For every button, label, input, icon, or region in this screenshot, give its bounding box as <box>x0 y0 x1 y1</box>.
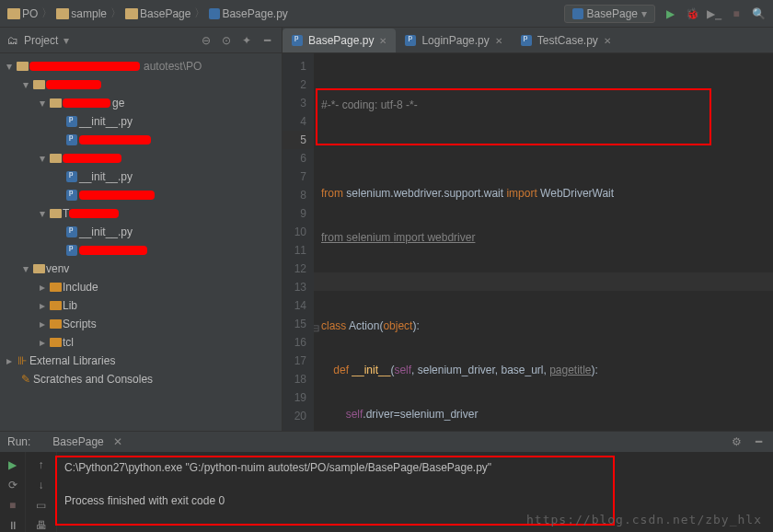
run-panel-header[interactable]: Run: BasePage ✕ ⚙ ━ <box>0 432 773 452</box>
tree-dir: Lib <box>63 299 77 312</box>
tree-root-path: autotest\PO <box>144 60 202 73</box>
tree-file: __init__.py <box>79 115 133 128</box>
tab-loginpage[interactable]: LoginPage.py✕ <box>396 29 511 52</box>
tab-testcase[interactable]: TestCase.py✕ <box>512 29 620 52</box>
main-split: 🗂 Project ▾ ⊖ ⊙ ✦ ━ ▾autotest\PO ▾ ▾ge _… <box>0 28 773 431</box>
close-run-icon[interactable]: ✕ <box>113 435 122 448</box>
console-exit: Process finished with exit code 0 <box>64 492 766 509</box>
project-panel: 🗂 Project ▾ ⊖ ⊙ ✦ ━ ▾autotest\PO ▾ ▾ge _… <box>0 28 283 431</box>
crumb-sep: 〉 <box>110 6 121 21</box>
tab-basepage[interactable]: BasePage.py✕ <box>283 29 396 52</box>
crumb-label: PO <box>22 7 38 20</box>
print-icon[interactable]: 🖶 <box>34 518 49 532</box>
library-icon: ⊪ <box>15 354 29 367</box>
tree-file: __init__.py <box>79 226 133 238</box>
stop-button[interactable]: ⟳ <box>6 478 20 492</box>
tree-scratches: Scratches and Consoles <box>33 373 153 386</box>
run-config-label: BasePage <box>587 7 638 20</box>
tree-dir: Scripts <box>63 318 97 330</box>
rerun-button[interactable]: ▶ <box>6 457 20 472</box>
debug-button[interactable]: 🐞 <box>685 6 699 21</box>
tree-dir: tcl <box>63 336 74 349</box>
attach-button[interactable]: ▶⎯ <box>707 6 721 21</box>
gear-icon[interactable]: ✦ <box>239 33 254 48</box>
select-opened-icon[interactable]: ⊙ <box>219 33 234 48</box>
tree-external-libs: External Libraries <box>29 354 115 367</box>
editor-panel: BasePage.py✕ LoginPage.py✕ TestCase.py✕ … <box>283 28 773 431</box>
hide-tool-icon[interactable]: ━ <box>260 33 274 48</box>
scratch-icon: ✎ <box>18 373 33 386</box>
run-actions-left: ▶ ⟳ ■ ⏸ <box>0 452 26 532</box>
wrap-icon[interactable]: ▭ <box>34 498 49 513</box>
run-config-name: BasePage <box>52 435 103 448</box>
tab-label: LoginPage.py <box>421 34 489 47</box>
tree-file: __init__.py <box>79 170 133 183</box>
python-icon <box>209 8 220 19</box>
project-title: Project <box>24 34 58 47</box>
tab-label: TestCase.py <box>537 34 598 47</box>
tree-dir: Include <box>63 281 98 294</box>
minimize-icon[interactable]: ━ <box>751 434 766 449</box>
run-label: Run: <box>7 435 30 448</box>
project-panel-header[interactable]: 🗂 Project ▾ ⊖ ⊙ ✦ ━ <box>0 28 282 53</box>
python-icon <box>521 35 532 46</box>
code-content[interactable]: #-*- coding: utf-8 -*- from selenium.web… <box>314 53 773 431</box>
breadcrumb-bar: PO 〉 sample 〉 BasePage 〉 BasePage.py Bas… <box>0 0 773 28</box>
project-tool-icon: 🗂 <box>7 34 18 47</box>
crumb-label: BasePage <box>140 7 190 20</box>
close-tab-icon[interactable]: ✕ <box>495 36 502 46</box>
line-gutter: 1234567891011121314151617181920 <box>283 53 314 431</box>
python-icon <box>572 8 583 19</box>
run-actions-right: ↑ ↓ ▭ 🖶 <box>26 452 57 532</box>
tab-label: BasePage.py <box>308 34 374 47</box>
crumb-label: BasePage.py <box>222 7 287 20</box>
folder-icon <box>125 8 138 19</box>
chevron-down-icon: ▾ <box>641 7 647 20</box>
crumb-sample[interactable]: sample <box>56 7 107 20</box>
pause-button[interactable]: ⏸ <box>6 518 20 532</box>
toolbar-right: BasePage ▾ ▶ 🐞 ▶⎯ ■ 🔍 <box>564 5 766 23</box>
crumb-basepage[interactable]: BasePage <box>125 7 190 20</box>
crumb-sep: 〉 <box>194 6 205 21</box>
search-icon[interactable]: 🔍 <box>751 6 766 21</box>
crumb-root[interactable]: PO <box>7 7 38 20</box>
folder-icon <box>56 8 69 19</box>
python-icon <box>292 35 303 46</box>
watermark: https://blog.csdn.net/zby_hlx <box>526 513 762 526</box>
stop-button[interactable]: ■ <box>6 498 20 513</box>
editor-tabs: BasePage.py✕ LoginPage.py✕ TestCase.py✕ <box>283 28 773 53</box>
tree-dir: venv <box>46 262 69 275</box>
crumb-file[interactable]: BasePage.py <box>209 7 287 20</box>
code-area[interactable]: 1234567891011121314151617181920 #-*- cod… <box>283 53 773 431</box>
console-cmd: C:\Python27\python.exe "G:/python-nuim a… <box>64 459 766 476</box>
crumb-label: sample <box>71 7 107 20</box>
chevron-down-icon: ▾ <box>63 34 69 47</box>
run-button[interactable]: ▶ <box>663 6 677 21</box>
close-tab-icon[interactable]: ✕ <box>379 36 386 46</box>
crumb-sep: 〉 <box>41 6 52 21</box>
python-icon <box>405 35 416 46</box>
up-icon[interactable]: ↑ <box>34 457 49 472</box>
stop-button[interactable]: ■ <box>729 6 744 21</box>
gear-icon[interactable]: ⚙ <box>729 434 744 449</box>
collapse-all-icon[interactable]: ⊖ <box>199 33 213 48</box>
project-tree[interactable]: ▾autotest\PO ▾ ▾ge __init__.py ▾ __init_… <box>0 53 282 431</box>
close-tab-icon[interactable]: ✕ <box>604 36 611 46</box>
python-icon <box>36 436 47 447</box>
folder-icon <box>7 8 20 19</box>
down-icon[interactable]: ↓ <box>34 478 49 492</box>
run-config-selector[interactable]: BasePage ▾ <box>564 5 655 23</box>
